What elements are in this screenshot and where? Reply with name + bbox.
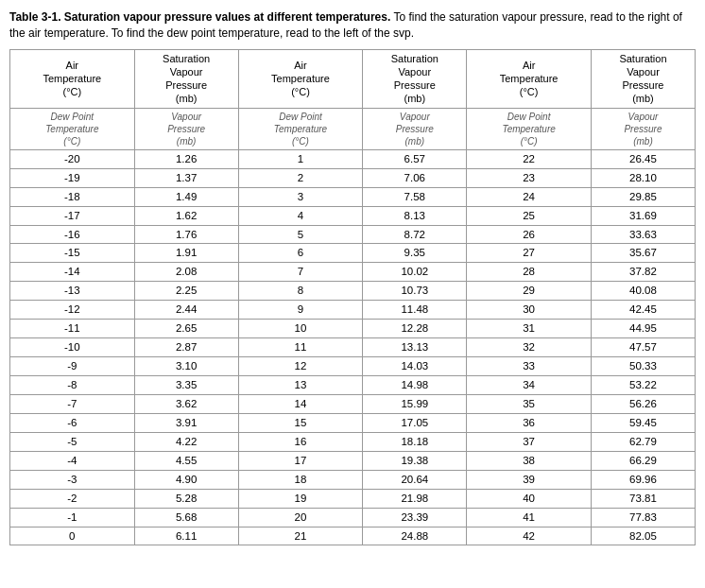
- table-row: -73.621415.993556.26: [10, 394, 696, 413]
- col6-subheader: VapourPressure(mb): [591, 108, 695, 149]
- cell-r18-c3: 21.98: [363, 489, 467, 508]
- cell-r8-c4: 30: [467, 301, 592, 320]
- cell-r15-c5: 62.79: [591, 432, 695, 451]
- cell-r9-c5: 44.95: [591, 320, 695, 338]
- cell-r3-c4: 25: [467, 206, 592, 225]
- cell-r20-c0: 0: [10, 527, 135, 545]
- col6-header: SaturationVapourPressure(mb): [591, 49, 695, 108]
- cell-r4-c0: -16: [10, 225, 135, 244]
- col3-subheader: Dew PointTemperature(°C): [238, 108, 363, 149]
- cell-r9-c1: 2.65: [134, 320, 238, 338]
- cell-r15-c3: 18.18: [363, 432, 467, 451]
- cell-r0-c2: 1: [238, 149, 363, 168]
- cell-r1-c0: -19: [10, 168, 135, 187]
- col5-subheader: Dew PointTemperature(°C): [467, 108, 592, 149]
- cell-r1-c2: 2: [238, 168, 363, 187]
- col1-subheader: Dew PointTemperature(°C): [10, 108, 135, 149]
- cell-r20-c4: 42: [467, 527, 592, 545]
- cell-r14-c1: 3.91: [134, 413, 238, 432]
- cell-r0-c4: 22: [467, 149, 592, 168]
- cell-r2-c4: 24: [467, 187, 592, 206]
- table-row: -63.911517.053659.45: [10, 413, 696, 432]
- cell-r9-c4: 31: [467, 320, 592, 338]
- table-row: -93.101214.033350.33: [10, 357, 696, 376]
- cell-r7-c0: -13: [10, 282, 135, 301]
- cell-r17-c5: 69.96: [591, 470, 695, 489]
- cell-r20-c3: 24.88: [363, 527, 467, 545]
- cell-r3-c5: 31.69: [591, 206, 695, 225]
- cell-r1-c3: 7.06: [363, 168, 467, 187]
- cell-r17-c3: 20.64: [363, 470, 467, 489]
- cell-r5-c5: 35.67: [591, 244, 695, 263]
- cell-r4-c1: 1.76: [134, 225, 238, 244]
- cell-r19-c1: 5.68: [134, 508, 238, 527]
- cell-r1-c1: 1.37: [134, 168, 238, 187]
- table-row: 06.112124.884282.05: [10, 527, 696, 545]
- cell-r10-c2: 11: [238, 338, 363, 357]
- cell-r18-c0: -2: [10, 489, 135, 508]
- cell-r8-c3: 11.48: [363, 301, 467, 320]
- col5-header: AirTemperature(°C): [467, 49, 592, 108]
- cell-r7-c3: 10.73: [363, 282, 467, 301]
- col2-subheader: VapourPressure(mb): [134, 108, 238, 149]
- cell-r14-c2: 15: [238, 413, 363, 432]
- table-row: -54.221618.183762.79: [10, 432, 696, 451]
- cell-r5-c4: 27: [467, 244, 592, 263]
- table-caption: Table 3-1. Saturation vapour pressure va…: [9, 9, 696, 42]
- cell-r2-c2: 3: [238, 187, 363, 206]
- cell-r14-c0: -6: [10, 413, 135, 432]
- cell-r11-c1: 3.10: [134, 357, 238, 376]
- cell-r17-c2: 18: [238, 470, 363, 489]
- saturation-vapour-table: AirTemperature(°C) SaturationVapourPress…: [9, 49, 696, 546]
- col4-header: SaturationVapourPressure(mb): [363, 49, 467, 108]
- table-row: -151.9169.352735.67: [10, 244, 696, 263]
- cell-r0-c1: 1.26: [134, 149, 238, 168]
- cell-r5-c0: -15: [10, 244, 135, 263]
- cell-r12-c0: -8: [10, 376, 135, 395]
- cell-r11-c0: -9: [10, 357, 135, 376]
- table-row: -83.351314.983453.22: [10, 376, 696, 395]
- cell-r8-c5: 42.45: [591, 301, 695, 320]
- cell-r16-c4: 38: [467, 451, 592, 470]
- cell-r9-c0: -11: [10, 320, 135, 338]
- cell-r8-c1: 2.44: [134, 301, 238, 320]
- cell-r0-c3: 6.57: [363, 149, 467, 168]
- cell-r16-c5: 66.29: [591, 451, 695, 470]
- cell-r17-c1: 4.90: [134, 470, 238, 489]
- cell-r2-c3: 7.58: [363, 187, 467, 206]
- cell-r15-c2: 16: [238, 432, 363, 451]
- cell-r7-c5: 40.08: [591, 282, 695, 301]
- cell-r12-c3: 14.98: [363, 376, 467, 395]
- cell-r4-c5: 33.63: [591, 225, 695, 244]
- cell-r16-c0: -4: [10, 451, 135, 470]
- cell-r8-c0: -12: [10, 301, 135, 320]
- cell-r2-c1: 1.49: [134, 187, 238, 206]
- cell-r6-c3: 10.02: [363, 263, 467, 282]
- cell-r6-c1: 2.08: [134, 263, 238, 282]
- cell-r6-c0: -14: [10, 263, 135, 282]
- cell-r16-c3: 19.38: [363, 451, 467, 470]
- cell-r7-c2: 8: [238, 282, 363, 301]
- cell-r1-c5: 28.10: [591, 168, 695, 187]
- cell-r10-c4: 32: [467, 338, 592, 357]
- cell-r19-c2: 20: [238, 508, 363, 527]
- cell-r17-c4: 39: [467, 470, 592, 489]
- cell-r9-c2: 10: [238, 320, 363, 338]
- cell-r3-c0: -17: [10, 206, 135, 225]
- cell-r10-c3: 13.13: [363, 338, 467, 357]
- table-row: -25.281921.984073.81: [10, 489, 696, 508]
- col2-header: SaturationVapourPressure(mb): [134, 49, 238, 108]
- cell-r6-c4: 28: [467, 263, 592, 282]
- col1-header: AirTemperature(°C): [10, 49, 135, 108]
- cell-r13-c2: 14: [238, 394, 363, 413]
- cell-r7-c4: 29: [467, 282, 592, 301]
- cell-r9-c3: 12.28: [363, 320, 467, 338]
- cell-r12-c4: 34: [467, 376, 592, 395]
- cell-r4-c2: 5: [238, 225, 363, 244]
- table-row: -171.6248.132531.69: [10, 206, 696, 225]
- cell-r20-c1: 6.11: [134, 527, 238, 545]
- table-row: -191.3727.062328.10: [10, 168, 696, 187]
- cell-r12-c2: 13: [238, 376, 363, 395]
- cell-r19-c5: 77.83: [591, 508, 695, 527]
- cell-r13-c1: 3.62: [134, 394, 238, 413]
